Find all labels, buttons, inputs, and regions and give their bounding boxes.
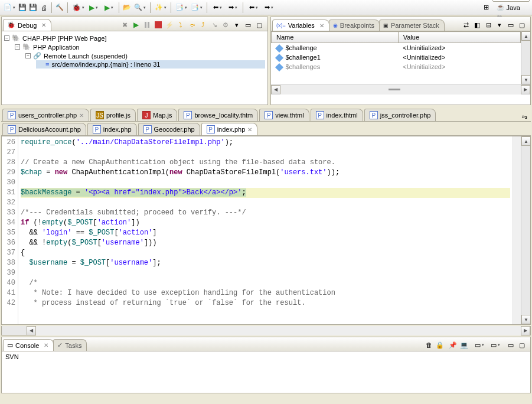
suspend-button[interactable] — [142, 20, 152, 30]
close-icon[interactable]: ✕ — [247, 126, 252, 133]
editor-tab[interactable]: JSprofile.js — [90, 109, 136, 121]
editor-tab[interactable]: Pindex.thtml — [311, 109, 363, 121]
editor-tab[interactable]: Pbrowse_locality.thtm — [178, 109, 258, 121]
save-button[interactable]: 💾 — [18, 3, 27, 12]
editor-tab[interactable]: Pjss_controller.php — [364, 109, 436, 121]
tab-tasks[interactable]: ✓Tasks — [53, 339, 87, 351]
debug-toolbar: ✖ ▶ ⚡ ⤵ ⤼ ⤴ ↘ ⚙ ▾ ▭ ▢ — [120, 20, 266, 31]
collapse-all-button[interactable]: ⊟ — [484, 20, 493, 30]
resume-button[interactable]: ▶ — [131, 20, 141, 30]
back-button[interactable]: ⬅ — [246, 3, 260, 12]
code-area[interactable]: require_once('../main/ChapDataStoreFileI… — [18, 136, 513, 324]
new-button[interactable]: 📄 — [2, 3, 17, 12]
open-perspective-button[interactable]: ⊞ — [482, 3, 491, 12]
minimize-button[interactable]: ▭ — [506, 20, 515, 30]
close-icon[interactable]: ✕ — [319, 22, 324, 29]
col-name[interactable]: Name — [272, 32, 399, 43]
pin-console-button[interactable]: 📌 — [448, 340, 458, 350]
variable-row[interactable]: $challenge1<Uninitialized> — [272, 53, 521, 62]
scroll-down-icon[interactable]: ▼ — [521, 315, 531, 324]
console-output[interactable]: SVN — [2, 351, 530, 393]
variable-row[interactable]: $challenges<Uninitialized> — [272, 62, 521, 71]
search-button[interactable]: 🔍 — [133, 3, 147, 12]
drop-to-frame-button[interactable]: ↘ — [210, 20, 219, 30]
maximize-button[interactable]: ▢ — [254, 20, 264, 30]
nav-button-2[interactable]: 📑 — [190, 3, 204, 12]
tree-launch[interactable]: − 🔗 Remote Launch (suspended) — [25, 51, 265, 60]
print-button[interactable]: 🖨 — [39, 3, 48, 12]
col-value[interactable]: Value — [398, 32, 520, 43]
editor-tab[interactable]: Pindex.php — [87, 123, 137, 135]
tab-variables[interactable]: (x)=Variables✕ — [272, 19, 329, 31]
shift-right-button[interactable]: ➡ — [226, 3, 240, 12]
php-page-icon: 🐘 — [12, 34, 20, 42]
step-into-button[interactable]: ⤵ — [176, 20, 185, 30]
clear-console-button[interactable]: 🗑 — [424, 340, 433, 350]
debug-launch-button[interactable]: 🐞 — [71, 3, 85, 12]
editor-tab[interactable]: Pindex.php✕ — [201, 123, 258, 135]
maximize-button[interactable]: ▢ — [517, 340, 527, 350]
editor-tab[interactable]: Pview.thtml — [259, 109, 309, 121]
file-icon: P — [143, 125, 152, 133]
editor-tab[interactable]: PGeocoder.php — [138, 123, 200, 135]
open-type-button[interactable]: 📂 — [122, 3, 132, 12]
nav-button-1[interactable]: 📑 — [174, 3, 188, 12]
console-select-button[interactable]: ▭ — [488, 340, 502, 350]
show-type-names-button[interactable]: ⇄ — [461, 20, 471, 30]
variable-row[interactable]: $challenge<Uninitialized> — [272, 43, 521, 53]
minimize-button[interactable]: ▭ — [506, 340, 515, 350]
tree-root[interactable]: − 🐘 CHAP-PHP [PHP Web Page] — [4, 34, 265, 43]
display-console-button[interactable]: 💻 — [459, 340, 469, 350]
run-launch-button[interactable]: ▶ — [86, 3, 100, 12]
editor-tab[interactable]: PDeliciousAccount.php — [2, 123, 86, 135]
scroll-lock-button[interactable]: 🔒 — [435, 340, 445, 350]
save-all-button[interactable]: 💾 — [28, 3, 38, 12]
tree-app[interactable]: − 🐘 PHP Application — [15, 43, 265, 51]
close-icon[interactable]: ✕ — [44, 342, 48, 348]
step-return-button[interactable]: ⤴ — [198, 20, 208, 30]
new-wizard-button[interactable]: ✨ — [154, 3, 168, 12]
editor-tab[interactable]: JMap.js — [137, 109, 177, 121]
scroll-up-icon[interactable]: ▲ — [521, 31, 530, 41]
forward-button[interactable]: ➡ — [262, 3, 276, 12]
collapse-icon[interactable]: − — [25, 53, 31, 58]
editor-scrollbar-v[interactable]: ▲ ▼ — [521, 136, 530, 324]
view-menu-button[interactable]: ▾ — [232, 20, 241, 30]
shift-left-button[interactable]: ⬅ — [210, 3, 224, 12]
maximize-button[interactable]: ▢ — [517, 20, 527, 30]
step-over-button[interactable]: ⤼ — [187, 20, 197, 30]
perspective-java[interactable]: ☕Java — [492, 2, 530, 13]
disconnect-button[interactable]: ⚡ — [165, 20, 174, 30]
editor-scrollbar-h[interactable]: ◀ ▶ — [1, 326, 531, 335]
close-icon[interactable]: ✕ — [79, 112, 84, 119]
build-button[interactable]: 🔨 — [55, 3, 64, 12]
scroll-down-icon[interactable]: ▼ — [521, 75, 530, 84]
external-tools-button[interactable]: ▶ — [102, 3, 116, 12]
open-console-button[interactable]: ▭ — [472, 340, 487, 350]
line-gutter: 2627282930313233343536373839404142 — [2, 136, 18, 324]
show-logical-button[interactable]: ◧ — [472, 20, 482, 30]
debug-icon: 🐞 — [7, 21, 15, 29]
scroll-left-icon[interactable]: ◀ — [271, 85, 280, 95]
scroll-up-icon[interactable]: ▲ — [521, 136, 531, 146]
scroll-right-icon[interactable]: ▶ — [521, 326, 530, 335]
vars-scrollbar-v[interactable]: ▲ ▼ — [521, 31, 530, 84]
tree-frame[interactable]: ≡ src/demo/index.php.{main} : lineno 31 — [36, 60, 265, 69]
use-step-filters-button[interactable]: ⚙ — [221, 20, 230, 30]
debug-tab[interactable]: 🐞 Debug ✕ — [3, 19, 51, 31]
scroll-left-icon[interactable]: ◀ — [27, 326, 36, 335]
view-menu-button[interactable]: ▾ — [495, 20, 504, 30]
minimize-button[interactable]: ▭ — [243, 20, 253, 30]
close-icon[interactable]: ✕ — [41, 22, 46, 28]
tab-console[interactable]: ▭Console✕ — [3, 339, 54, 351]
collapse-icon[interactable]: − — [4, 35, 9, 41]
scroll-right-icon[interactable]: ▶ — [521, 85, 530, 95]
editor-overflow-button[interactable]: »₃ — [518, 112, 531, 121]
editor-tab[interactable]: Pusers_controller.php✕ — [2, 109, 89, 121]
remove-terminated-button[interactable]: ✖ — [120, 20, 129, 30]
vars-scrollbar-h[interactable]: ◀ ▶ — [271, 84, 530, 94]
tab-parameter-stack[interactable]: ▣Parameter Stack — [379, 19, 445, 31]
terminate-button[interactable] — [154, 20, 163, 30]
collapse-icon[interactable]: − — [15, 44, 20, 50]
tab-breakpoints[interactable]: ◉Breakpoints — [329, 19, 380, 31]
